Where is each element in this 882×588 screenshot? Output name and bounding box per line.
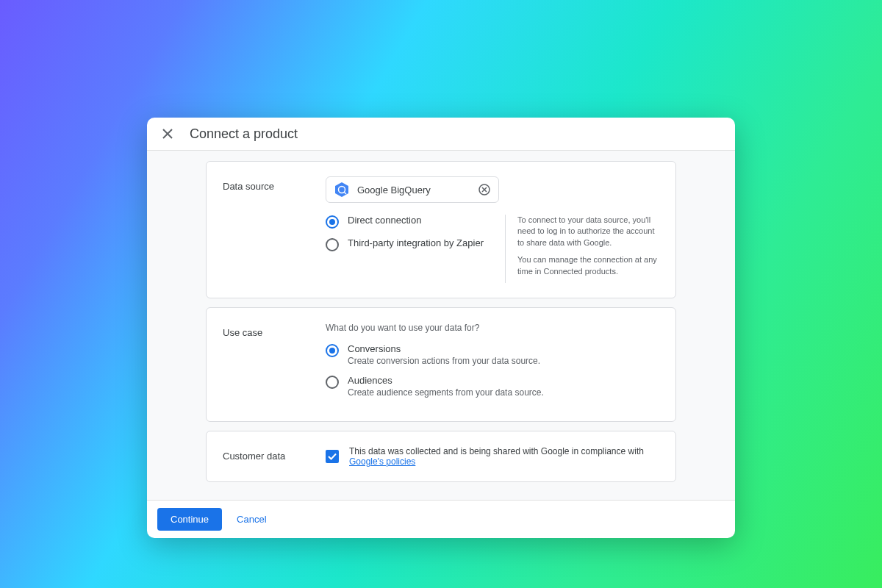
check-icon	[327, 451, 337, 462]
use-case-content: What do you want to use your data for? C…	[326, 323, 659, 406]
radio-indicator	[326, 344, 339, 357]
compliance-text: This data was collected and is being sha…	[349, 446, 659, 467]
dialog-title: Connect a product	[190, 126, 298, 142]
radio-audiences-label: Audiences Create audience segments from …	[348, 375, 544, 398]
help-line-2: You can manage the connection at any tim…	[517, 254, 659, 277]
customer-data-card: Customer data This data was collected an…	[206, 431, 676, 482]
data-source-label: Data source	[223, 176, 311, 283]
cancel-button[interactable]: Cancel	[232, 508, 270, 531]
help-line-1: To connect to your data source, you'll n…	[517, 215, 659, 248]
dialog-header: Connect a product	[147, 118, 735, 151]
bigquery-icon	[334, 182, 350, 198]
radio-direct-connection[interactable]: Direct connection	[326, 215, 490, 229]
continue-button[interactable]: Continue	[157, 508, 222, 531]
data-source-name: Google BigQuery	[357, 184, 470, 196]
connect-product-dialog: Connect a product Data source Google Big…	[147, 118, 735, 538]
data-source-help: To connect to your data source, you'll n…	[505, 215, 659, 283]
audiences-title: Audiences	[348, 375, 544, 386]
conversions-desc: Create conversion actions from your data…	[348, 356, 540, 366]
connection-radios: Direct connection Third-party integratio…	[326, 215, 490, 283]
radio-conversions-label: Conversions Create conversion actions fr…	[348, 343, 540, 366]
close-icon	[162, 129, 173, 139]
radio-indicator	[326, 215, 339, 229]
data-source-content: Google BigQuery Direct connection Thir	[326, 176, 659, 283]
radio-indicator	[326, 238, 339, 251]
conversions-title: Conversions	[348, 343, 540, 354]
compliance-prefix: This data was collected and is being sha…	[349, 446, 644, 456]
radio-indicator	[326, 376, 339, 389]
radio-zapier-integration[interactable]: Third-party integration by Zapier	[326, 237, 490, 251]
svg-marker-0	[335, 182, 348, 197]
clear-icon	[478, 184, 490, 196]
customer-data-content: This data was collected and is being sha…	[326, 446, 659, 467]
use-case-label: Use case	[223, 323, 311, 406]
close-button[interactable]	[159, 125, 176, 143]
radio-audiences[interactable]: Audiences Create audience segments from …	[326, 375, 659, 398]
dialog-footer: Continue Cancel	[147, 500, 735, 538]
audiences-desc: Create audience segments from your data …	[348, 387, 544, 398]
clear-source-button[interactable]	[478, 183, 491, 196]
data-source-selector[interactable]: Google BigQuery	[326, 176, 499, 203]
use-case-card: Use case What do you want to use your da…	[206, 307, 676, 422]
radio-zapier-label: Third-party integration by Zapier	[348, 237, 484, 248]
connection-type-row: Direct connection Third-party integratio…	[326, 215, 659, 283]
compliance-checkbox[interactable]	[326, 450, 339, 463]
use-case-prompt: What do you want to use your data for?	[326, 323, 659, 333]
radio-direct-label: Direct connection	[348, 215, 421, 226]
policies-link[interactable]: Google's policies	[349, 456, 415, 467]
customer-data-label: Customer data	[223, 446, 311, 467]
radio-conversions[interactable]: Conversions Create conversion actions fr…	[326, 343, 659, 366]
dialog-body: Data source Google BigQuery Dire	[147, 151, 735, 500]
data-source-card: Data source Google BigQuery Dire	[206, 161, 676, 298]
